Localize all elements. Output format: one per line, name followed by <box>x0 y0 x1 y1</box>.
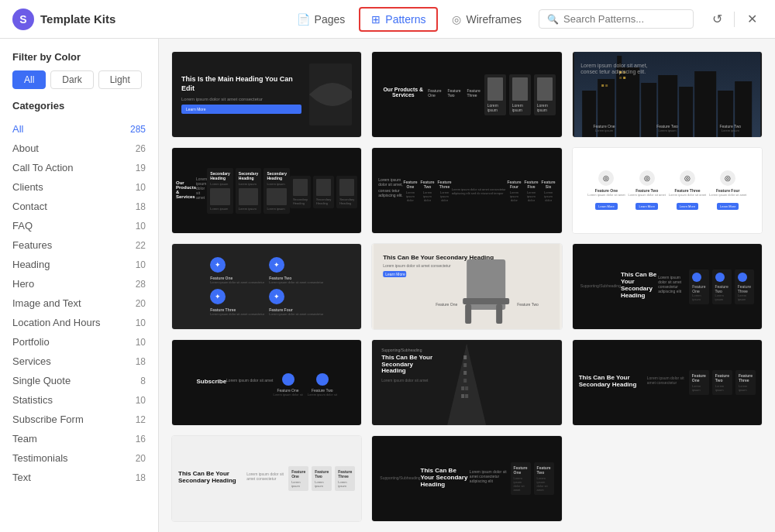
features-grid-top: Feature OneLorem ipsum dolor Feature Two… <box>403 180 451 202</box>
header-actions: ↺ ✕ <box>706 9 763 30</box>
card-thumb-13: This Can Be Your Secondary Heading Lorem… <box>172 436 361 521</box>
city-features: Feature One Lorem ipsum Feature Two Lore… <box>573 124 762 132</box>
category-text[interactable]: Text 18 <box>12 468 146 487</box>
category-hero[interactable]: Hero 28 <box>12 274 146 293</box>
card-products[interactable]: Our Products & Services Lorem ipsum dolo… <box>171 147 362 234</box>
category-testimonials[interactable]: Testimonials 20 <box>12 448 146 468</box>
category-all[interactable]: All 285 <box>12 119 146 139</box>
sub-sub: Lorem ipsum dolor sit amet <box>226 378 273 383</box>
df2-grid: Feature One Lorem ipsum dolor sit amet F… <box>511 462 554 495</box>
cat-cta-count: 19 <box>136 163 146 173</box>
card-light-features[interactable]: ◎ Feature One Lorem ipsum dolor sit amet… <box>572 147 763 234</box>
lft-heading: This Can Be Your Secondary Heading <box>178 470 246 484</box>
svg-text:Feature Two: Feature Two <box>517 302 539 307</box>
cat-cta-label: Call To Action <box>12 162 74 173</box>
wireframes-icon: ◎ <box>452 13 461 26</box>
content-area: This Is the Main Heading You Can Edit Lo… <box>159 39 775 532</box>
features-grid-bottom: Feature FourLorem ipsum dolor Feature Fi… <box>507 180 555 202</box>
card-geo[interactable]: ✦ Feature One Lorem ipsum dolor sit amet… <box>171 243 362 330</box>
filter-light[interactable]: Light <box>98 70 142 89</box>
lft-grid: Feature One Lorem ipsum Feature Two Lore… <box>288 466 355 491</box>
card-thumb-6: ◎ Feature One Lorem ipsum dolor sit amet… <box>573 148 762 233</box>
category-faq[interactable]: FAQ 10 <box>12 216 146 235</box>
category-clients[interactable]: Clients 10 <box>12 177 146 197</box>
category-cta[interactable]: Call To Action 19 <box>12 158 146 177</box>
svg-rect-14 <box>619 77 622 79</box>
category-heading[interactable]: Heading 10 <box>12 255 146 274</box>
features-header: Lorem ipsum dolor sit amet, consec tetur… <box>378 177 403 199</box>
card-dark-secondary[interactable]: Supporting/Subheading This Can Be Your S… <box>572 243 763 330</box>
filter-dark[interactable]: Dark <box>50 70 93 89</box>
category-portfolio[interactable]: Portfolio 10 <box>12 332 146 352</box>
svg-text:Lorem ipsum dolor sit amet,: Lorem ipsum dolor sit amet, <box>580 63 647 69</box>
category-features[interactable]: Features 22 <box>12 235 146 255</box>
card-dark-hero[interactable]: This Is the Main Heading You Can Edit Lo… <box>171 51 362 138</box>
category-image-text[interactable]: Image and Text 20 <box>12 293 146 313</box>
df-heading: This Can Be Your Secondary Heading <box>579 374 647 388</box>
cat-statistics-label: Statistics <box>12 394 53 406</box>
refresh-button[interactable]: ↺ <box>706 9 728 30</box>
patterns-grid: This Is the Main Heading You Can Edit Lo… <box>171 51 763 522</box>
df2-sub: Lorem ipsum dolor sit amet consectetur a… <box>470 469 511 483</box>
card-thumb-11: Supporting/Subheading This Can Be Your S… <box>372 340 561 425</box>
pages-icon: 📄 <box>297 13 310 26</box>
hero-image <box>309 63 352 125</box>
category-team[interactable]: Team 16 <box>12 429 146 448</box>
svg-rect-38 <box>461 386 464 390</box>
category-statistics[interactable]: Statistics 10 <box>12 390 146 410</box>
cat-team-label: Team <box>12 433 37 444</box>
svg-rect-40 <box>461 394 464 398</box>
products-sub: Lorem ipsum dolor sit amet <box>196 177 207 200</box>
card-thumb-2: Our Products & Services Feature One Feat… <box>372 52 561 137</box>
cat-quote-label: Single Quote <box>12 375 71 386</box>
close-button[interactable]: ✕ <box>741 9 763 30</box>
svg-rect-39 <box>465 386 468 390</box>
card-dark-services[interactable]: Our Products & Services Feature One Feat… <box>371 51 562 138</box>
category-contact[interactable]: Contact 18 <box>12 197 146 216</box>
category-quote[interactable]: Single Quote 8 <box>12 371 146 390</box>
svg-text:consec tetur adipiscing elit.: consec tetur adipiscing elit. <box>580 69 646 75</box>
nav-patterns[interactable]: ⊞ Patterns <box>359 7 438 32</box>
card-thumb-9: Supporting/Subheading This Can Be Your S… <box>573 244 762 329</box>
cat-faq-count: 10 <box>136 221 146 232</box>
lf-icon-3: ◎ <box>680 170 695 186</box>
category-location[interactable]: Location And Hours 10 <box>12 313 146 332</box>
cat-about-count: 26 <box>136 143 146 154</box>
card-dark-footer2[interactable]: Supporting/Subheading This Can Be Your S… <box>371 435 562 522</box>
nav-pages[interactable]: 📄 Pages <box>286 9 356 30</box>
svg-rect-28 <box>496 304 502 324</box>
app-title: Template Kits <box>40 12 115 26</box>
sec-desc: Lorem ipsum dolor sit amet consectetur a… <box>658 275 689 293</box>
cat-contact-count: 18 <box>136 201 146 212</box>
nav-wireframes[interactable]: ◎ Wireframes <box>441 9 532 30</box>
category-subscribe[interactable]: Subscribe Form 12 <box>12 410 146 429</box>
cat-heading-label: Heading <box>12 259 50 270</box>
filter-all[interactable]: All <box>12 70 46 89</box>
card-thumb-8: This Can Be Your Secondary Heading Lorem… <box>372 244 561 329</box>
card-light-footer[interactable]: This Can Be Your Secondary Heading Lorem… <box>171 435 362 522</box>
card-subscribe[interactable]: Subscribe Lorem ipsum dolor sit amet Fea… <box>171 339 362 426</box>
logo-icon: S <box>12 9 34 30</box>
cat-subscribe-count: 12 <box>136 414 146 425</box>
patterns-icon: ⊞ <box>371 13 381 26</box>
svg-rect-16 <box>601 84 604 87</box>
cat-contact-label: Contact <box>12 201 47 212</box>
svg-text:Feature One: Feature One <box>436 302 457 307</box>
cat-testimonials-count: 20 <box>136 453 146 464</box>
category-about[interactable]: About 26 <box>12 139 146 158</box>
svg-text:This Can Be Your: This Can Be Your <box>381 354 432 361</box>
search-input[interactable] <box>563 13 685 25</box>
card-thumb-14: Supporting/Subheading This Can Be Your S… <box>372 436 561 521</box>
card-building[interactable]: Supporting/Subheading This Can Be Your S… <box>371 339 562 426</box>
card-dark-footer1[interactable]: This Can Be Your Secondary Heading Lorem… <box>572 339 763 426</box>
card-features-dark[interactable]: Lorem ipsum dolor sit amet, consec tetur… <box>371 147 562 234</box>
card-city[interactable]: Lorem ipsum dolor sit amet, consec tetur… <box>572 51 763 138</box>
card-thumb-10: Subscribe Lorem ipsum dolor sit amet Fea… <box>172 340 361 425</box>
cat-hero-label: Hero <box>12 278 34 290</box>
card-chair[interactable]: This Can Be Your Secondary Heading Lorem… <box>371 243 562 330</box>
lft-sub: Lorem ipsum dolor sit amet consectetur <box>246 472 288 481</box>
category-services[interactable]: Services 18 <box>12 352 146 371</box>
svg-rect-35 <box>463 363 467 367</box>
cat-heading-count: 10 <box>136 259 146 270</box>
search-box[interactable]: 🔍 <box>539 9 694 29</box>
